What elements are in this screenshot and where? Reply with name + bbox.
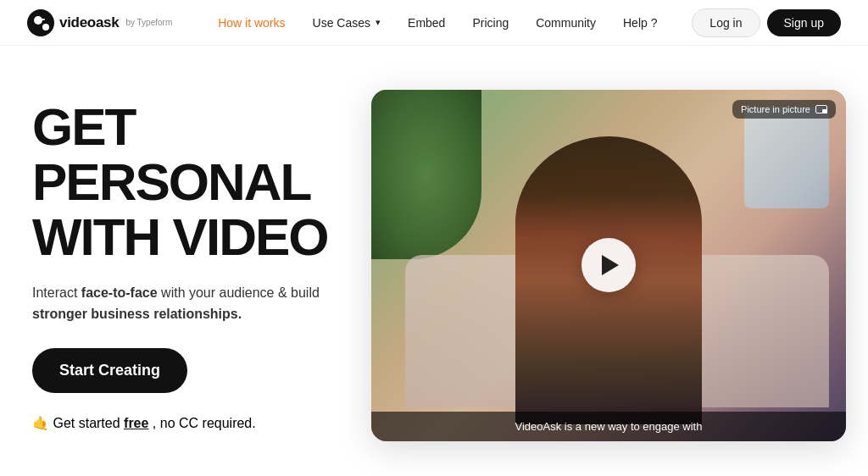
free-link[interactable]: free xyxy=(124,416,148,430)
pip-badge: Picture in picture xyxy=(732,100,836,119)
nav-auth-buttons: Log in Sign up xyxy=(692,8,841,37)
pip-label: Picture in picture xyxy=(741,104,810,114)
free-note-text: Get started xyxy=(53,416,124,430)
by-typeform-text: by Typeform xyxy=(125,18,172,27)
free-note: 🤙 Get started free , no CC required. xyxy=(32,415,354,431)
subtitle-text: VideoAsk is a new way to engage with xyxy=(515,420,703,433)
nav-link-use-cases[interactable]: Use Cases ▾ xyxy=(301,11,392,35)
nav-link-community[interactable]: Community xyxy=(524,11,608,35)
free-note-suffix: , no CC required. xyxy=(153,416,256,430)
hero-right: Picture in picture VideoAsk is a new way… xyxy=(371,90,846,441)
hero-title: GETPERSONALWITH VIDEO xyxy=(32,99,354,264)
svg-rect-3 xyxy=(38,19,45,20)
scene-plant xyxy=(371,90,481,259)
hero-description: Interact face-to-face with your audience… xyxy=(32,283,320,325)
play-button[interactable] xyxy=(581,238,636,292)
nav-link-pricing[interactable]: Pricing xyxy=(460,11,520,35)
hero-video[interactable]: Picture in picture VideoAsk is a new way… xyxy=(371,90,846,441)
free-note-emoji: 🤙 xyxy=(32,416,49,430)
scene-window xyxy=(744,107,829,208)
chevron-down-icon: ▾ xyxy=(376,17,381,28)
nav-link-help[interactable]: Help ? xyxy=(611,11,669,35)
logo-icon xyxy=(27,9,54,36)
nav-links: How it works Use Cases ▾ Embed Pricing C… xyxy=(206,11,692,35)
start-creating-button[interactable]: Start Creating xyxy=(32,348,187,393)
login-button[interactable]: Log in xyxy=(692,8,760,37)
svg-point-2 xyxy=(42,24,49,30)
nav-link-how-it-works[interactable]: How it works xyxy=(206,11,297,35)
main-content: GETPERSONALWITH VIDEO Interact face-to-f… xyxy=(0,46,868,476)
logo[interactable]: videoask by Typeform xyxy=(27,9,172,36)
pip-icon xyxy=(815,105,827,113)
logo-text: videoask xyxy=(59,14,119,31)
signup-button[interactable]: Sign up xyxy=(767,9,841,36)
subtitle-bar: VideoAsk is a new way to engage with xyxy=(371,412,846,441)
hero-left: GETPERSONALWITH VIDEO Interact face-to-f… xyxy=(32,99,371,432)
nav-link-embed[interactable]: Embed xyxy=(396,11,457,35)
